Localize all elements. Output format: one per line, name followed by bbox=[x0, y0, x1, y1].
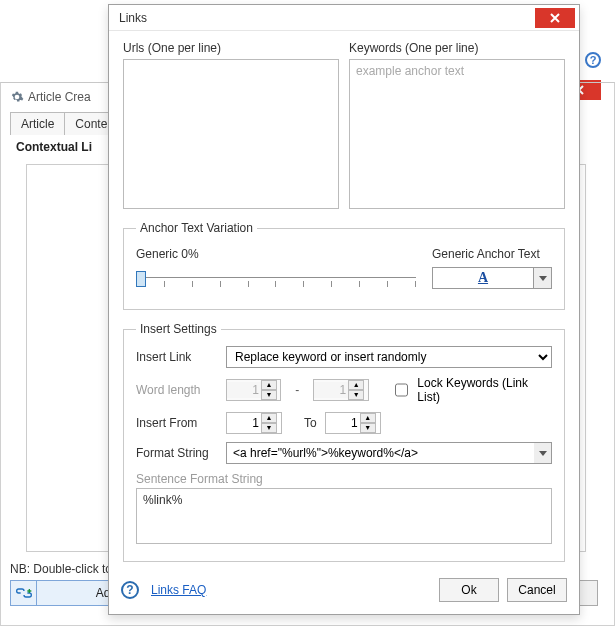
word-length-to: ▲▼ bbox=[313, 379, 368, 401]
keywords-label: Keywords (One per line) bbox=[349, 41, 565, 55]
sentence-format-textarea[interactable] bbox=[136, 488, 552, 544]
spin-down: ▼ bbox=[348, 390, 364, 400]
generic-percent-label: Generic 0% bbox=[136, 247, 416, 261]
add-link-icon bbox=[16, 587, 32, 599]
active-tab-caption: Contextual Li bbox=[16, 140, 92, 154]
spin-up[interactable]: ▲ bbox=[261, 413, 277, 423]
insert-link-select[interactable]: Replace keyword or insert randomly bbox=[226, 346, 552, 368]
insert-settings-group: Insert Settings Insert Link Replace keyw… bbox=[123, 322, 565, 562]
anchor-variation-legend: Anchor Text Variation bbox=[136, 221, 257, 235]
urls-label: Urls (One per line) bbox=[123, 41, 339, 55]
spin-up: ▲ bbox=[261, 380, 277, 390]
insert-link-label: Insert Link bbox=[136, 350, 216, 364]
keywords-textarea[interactable] bbox=[349, 59, 565, 209]
spin-down: ▼ bbox=[261, 390, 277, 400]
help-icon[interactable]: ? bbox=[121, 581, 139, 599]
generic-anchor-text-label: Generic Anchor Text bbox=[432, 247, 552, 261]
lock-keywords-label: Lock Keywords (Link List) bbox=[417, 376, 552, 404]
cancel-button[interactable]: Cancel bbox=[507, 578, 567, 602]
format-string-label: Format String bbox=[136, 446, 216, 460]
generic-slider[interactable] bbox=[136, 267, 416, 295]
generic-anchor-text-dropdown[interactable] bbox=[534, 267, 552, 289]
insert-settings-legend: Insert Settings bbox=[136, 322, 221, 336]
insert-from-field[interactable]: ▲▼ bbox=[226, 412, 282, 434]
dash-label: - bbox=[289, 383, 305, 397]
spin-down[interactable]: ▼ bbox=[360, 423, 376, 433]
links-dialog: Links Urls (One per line) Keywords (One … bbox=[108, 4, 580, 615]
lock-keywords-checkbox[interactable] bbox=[395, 383, 409, 397]
insert-to-field[interactable]: ▲▼ bbox=[325, 412, 381, 434]
format-string-input[interactable]: <a href="%url%">%keyword%</a> bbox=[226, 442, 534, 464]
tab-strip: Article Conte bbox=[10, 112, 118, 135]
to-label: To bbox=[304, 416, 317, 430]
dialog-close-button[interactable] bbox=[535, 8, 575, 28]
ok-button[interactable]: Ok bbox=[439, 578, 499, 602]
word-length-from: ▲▼ bbox=[226, 379, 281, 401]
dialog-title: Links bbox=[109, 11, 147, 25]
spin-up[interactable]: ▲ bbox=[360, 413, 376, 423]
urls-textarea[interactable] bbox=[123, 59, 339, 209]
generic-anchor-text-sample: A bbox=[432, 267, 534, 289]
spin-down[interactable]: ▼ bbox=[261, 423, 277, 433]
word-length-label: Word length bbox=[136, 383, 216, 397]
tab-article[interactable]: Article bbox=[10, 112, 65, 135]
insert-from-label: Insert From bbox=[136, 416, 216, 430]
help-icon[interactable]: ? bbox=[585, 52, 601, 68]
close-icon bbox=[550, 13, 560, 23]
sentence-format-label: Sentence Format String bbox=[136, 472, 552, 486]
spin-up: ▲ bbox=[348, 380, 364, 390]
links-faq-link[interactable]: Links FAQ bbox=[151, 583, 206, 597]
format-string-dropdown[interactable] bbox=[534, 442, 552, 464]
slider-thumb[interactable] bbox=[136, 271, 146, 287]
anchor-variation-group: Anchor Text Variation Generic 0% Generic… bbox=[123, 221, 565, 310]
